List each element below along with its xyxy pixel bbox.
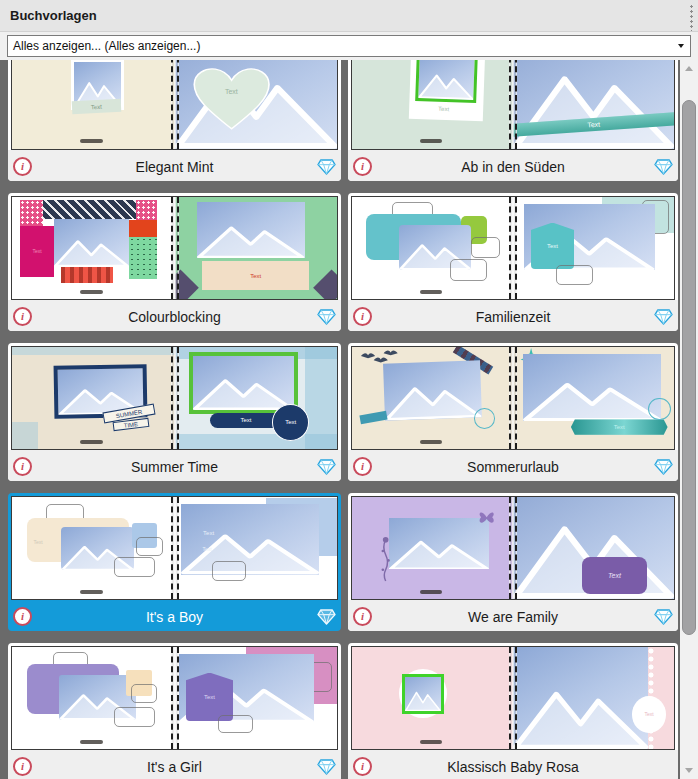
shape-text: Text — [614, 424, 625, 430]
template-card[interactable]: Text Text i Ab in den Süden — [348, 60, 678, 181]
panel-header: Buchvorlagen — [0, 0, 698, 32]
info-icon[interactable]: i — [13, 307, 32, 326]
triangle-down-icon — [685, 768, 693, 773]
shape-text: Text — [203, 530, 214, 536]
template-card[interactable]: Text Text i It's a Girl — [8, 643, 341, 779]
scrollbar[interactable] — [680, 60, 698, 779]
book-spine — [171, 197, 179, 299]
outline-shape — [450, 259, 487, 280]
scroll-up-button[interactable] — [680, 60, 698, 77]
shape-text: Text — [587, 121, 600, 129]
scrollbar-thumb[interactable] — [682, 100, 696, 635]
outline-shape — [212, 561, 246, 580]
smudge-shape — [420, 590, 443, 594]
rect-shape — [129, 220, 157, 236]
template-preview: Text TextText — [11, 496, 338, 600]
mountains-icon — [513, 60, 674, 149]
smudge-shape — [80, 290, 103, 294]
shape-text: Text — [91, 103, 102, 110]
template-card[interactable]: Text TextText i It's a Boy — [8, 493, 341, 631]
template-name: Familienzeit — [372, 309, 654, 325]
smudge-shape — [420, 440, 443, 444]
label-shape: Text — [28, 540, 48, 546]
outline-shape — [114, 557, 155, 576]
book-spine — [171, 60, 179, 149]
template-label-bar: i Elegant Mint — [8, 150, 341, 181]
rect-shape: Text — [202, 261, 309, 290]
left-page — [352, 497, 513, 599]
template-card[interactable]: Text Text i Familienzeit — [348, 193, 678, 331]
template-label-bar: i Colourblocking — [8, 300, 341, 331]
info-icon[interactable]: i — [353, 157, 372, 176]
photo-placeholder — [523, 354, 661, 421]
photo-placeholder — [197, 202, 304, 258]
filter-row: Alles anzeigen... (Alles anzeigen...) — [0, 32, 698, 60]
butterfly-wrap — [473, 507, 500, 527]
info-icon[interactable]: i — [13, 157, 32, 176]
diamond-icon — [654, 609, 673, 625]
template-label-bar: i Sommerurlaub — [348, 450, 678, 481]
flower-wrap — [376, 536, 395, 583]
heart-icon — [191, 65, 272, 134]
pill-shape: Text — [210, 413, 282, 427]
label-shape: Text — [426, 105, 462, 114]
mountains-icon — [193, 372, 294, 410]
template-preview: Text Text — [351, 60, 675, 150]
info-icon[interactable]: i — [353, 607, 372, 626]
template-card[interactable]: Text Text i Elegant Mint — [8, 60, 341, 181]
circle-shape — [474, 408, 495, 428]
photo-placeholder — [513, 647, 648, 749]
diamond-icon — [654, 159, 673, 175]
rect-shape — [43, 200, 136, 219]
info-icon[interactable]: i — [13, 457, 32, 476]
outline-shape — [131, 684, 157, 703]
book-spine — [171, 497, 179, 599]
template-name: Sommerurlaub — [372, 459, 654, 475]
shape-text: Text — [608, 572, 621, 579]
info-icon[interactable]: i — [353, 307, 372, 326]
right-page: Text — [513, 60, 674, 149]
circle-shape — [648, 398, 671, 420]
shape-text: Text — [191, 88, 272, 95]
template-preview: Text — [351, 646, 675, 750]
scroll-down-button[interactable] — [680, 762, 698, 779]
info-icon[interactable]: i — [353, 757, 372, 776]
shape-text: SUMMER — [115, 409, 142, 420]
book-spine — [509, 497, 517, 599]
template-filter-dropdown[interactable]: Alles anzeigen... (Alles anzeigen...) — [7, 35, 691, 57]
template-card[interactable]: Text i We are Family — [348, 493, 678, 631]
left-page: SUMMERTIME — [12, 347, 175, 449]
photo-placeholder — [181, 504, 319, 574]
template-name: Elegant Mint — [32, 159, 317, 175]
left-page: Text — [352, 60, 513, 149]
book-spine — [509, 197, 517, 299]
template-name: Colourblocking — [32, 309, 317, 325]
dropdown-arrow-button[interactable] — [672, 37, 689, 55]
template-card[interactable]: Text i Sommerurlaub — [348, 343, 678, 481]
smudge-shape — [80, 139, 103, 143]
flower-icon — [376, 536, 395, 583]
template-card[interactable]: SUMMERTIME TextText i Summer Time — [8, 343, 341, 481]
circle-shape: Text — [632, 696, 666, 733]
right-page: TextText — [175, 347, 338, 449]
info-icon[interactable]: i — [353, 457, 372, 476]
left-page — [352, 647, 513, 749]
left-page — [352, 347, 513, 449]
template-card[interactable]: Text i Klassisch Baby Rosa — [348, 643, 678, 779]
shape-text: Text — [285, 419, 296, 425]
mountains-icon — [523, 374, 661, 421]
info-icon[interactable]: i — [13, 607, 32, 626]
shape-text: Text — [438, 106, 449, 112]
info-icon[interactable]: i — [13, 757, 32, 776]
template-name: Ab in den Süden — [372, 159, 654, 175]
template-card[interactable]: Text Text i Colourblocking — [8, 193, 341, 331]
shape-text: Text — [547, 243, 558, 249]
circle-shape: Text — [272, 404, 309, 441]
book-spine — [509, 647, 517, 749]
book-spine — [509, 60, 517, 149]
rect-shape — [61, 267, 113, 282]
template-name: Klassisch Baby Rosa — [372, 759, 654, 775]
panel-grip-icon[interactable] — [690, 4, 693, 31]
tag-shape: Text — [531, 223, 574, 270]
diamond-icon — [317, 309, 336, 325]
